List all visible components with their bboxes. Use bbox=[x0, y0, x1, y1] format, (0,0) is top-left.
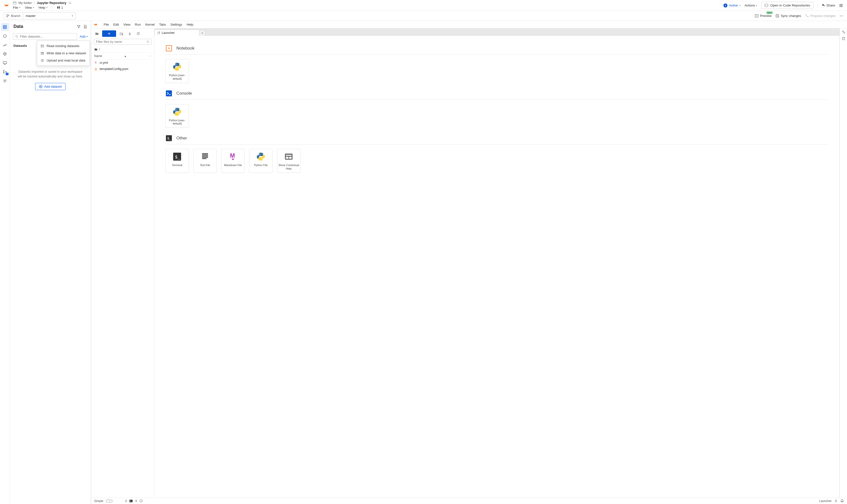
jm-view[interactable]: View bbox=[123, 23, 130, 26]
jm-settings[interactable]: Settings bbox=[171, 23, 182, 26]
graph-icon[interactable] bbox=[77, 25, 81, 29]
launcher-card-pythonfile[interactable]: Python File bbox=[249, 149, 272, 173]
svg-point-11 bbox=[8, 15, 9, 15]
breadcrumb-title[interactable]: Jupyter Repository bbox=[37, 1, 66, 5]
add-dropdown[interactable]: Add▾ Read existing datasets Write data t… bbox=[80, 35, 88, 38]
launcher-card-contexthelp[interactable]: Show Contextual Help bbox=[277, 149, 300, 173]
search-icon bbox=[146, 40, 149, 43]
jm-run[interactable]: Run bbox=[135, 23, 141, 26]
folder-nav-icon[interactable] bbox=[94, 30, 100, 37]
jupyter-content: Launcher + Notebook bbox=[155, 29, 840, 498]
more-icon[interactable] bbox=[840, 14, 844, 18]
launcher-card-python-console[interactable]: Python [user-default] bbox=[165, 104, 189, 128]
jm-kernel[interactable]: Kernel bbox=[145, 23, 155, 26]
terminal-count[interactable]: 0 bbox=[125, 499, 127, 503]
launcher-section-title: Notebook bbox=[176, 46, 195, 51]
svg-point-9 bbox=[7, 15, 7, 15]
simple-toggle[interactable] bbox=[106, 499, 113, 503]
code-repo-icon bbox=[764, 3, 768, 7]
launcher-card-label: Python File bbox=[254, 164, 267, 167]
more-col-icon[interactable]: ⋯ bbox=[148, 54, 151, 58]
open-in-code-button[interactable]: Open in Code Repositories bbox=[761, 2, 813, 9]
jupyter-workspace: File Edit View Run Kernel Tabs Settings … bbox=[91, 21, 847, 504]
svg-point-56 bbox=[844, 32, 845, 33]
console-icon bbox=[165, 90, 172, 97]
add-dataset-button[interactable]: Add dataset bbox=[35, 83, 66, 90]
svg-rect-29 bbox=[41, 45, 44, 47]
share-button[interactable]: Share bbox=[822, 3, 835, 7]
separator bbox=[52, 5, 52, 10]
kernel-status-icon bbox=[140, 499, 143, 503]
branch-selector[interactable]: Branch master ▾ bbox=[3, 13, 76, 19]
workspace-count[interactable]: 1 bbox=[57, 6, 63, 10]
bell-icon[interactable] bbox=[840, 499, 844, 503]
rail-data[interactable] bbox=[1, 23, 9, 31]
breadcrumb-folder[interactable]: My folder bbox=[18, 1, 32, 5]
data-title: Data bbox=[14, 24, 23, 29]
folder-icon bbox=[13, 1, 16, 5]
file-browser: / Name ▴ ⋯ Y: ci.yml {} templateConfig.j… bbox=[91, 29, 155, 498]
rail-present[interactable] bbox=[1, 59, 9, 67]
svg-rect-2 bbox=[59, 6, 60, 9]
file-col-header[interactable]: Name ▴ ⋯ bbox=[91, 53, 154, 59]
new-launcher-button[interactable] bbox=[102, 30, 116, 37]
upload-button[interactable] bbox=[126, 30, 133, 37]
gears-icon[interactable] bbox=[842, 30, 846, 34]
file-menu[interactable]: File▾ bbox=[13, 6, 20, 10]
jupyter-right-rail bbox=[840, 29, 847, 498]
chevron-down-icon: ▾ bbox=[69, 15, 75, 17]
file-row[interactable]: {} templateConfig.json bbox=[91, 66, 154, 72]
sync-button[interactable]: Sync changes bbox=[776, 14, 801, 18]
file-filter-input[interactable] bbox=[94, 39, 152, 45]
simple-label: Simple bbox=[94, 499, 103, 503]
app-header: My folder › Jupyter Repository File▾ Vie… bbox=[0, 0, 847, 11]
tab-launcher[interactable]: Launcher bbox=[155, 30, 199, 36]
rail-settings[interactable] bbox=[1, 77, 9, 85]
view-menu[interactable]: View▾ bbox=[25, 6, 34, 10]
dd-read-datasets[interactable]: Read existing datasets bbox=[37, 42, 89, 50]
svg-point-28 bbox=[16, 35, 17, 37]
launcher-card-markdown[interactable]: M Markdown File bbox=[221, 149, 245, 173]
svg-point-17 bbox=[841, 15, 842, 16]
file-crumb[interactable]: / bbox=[91, 46, 154, 53]
dd-write-dataset[interactable]: Write data to a new dataset bbox=[37, 50, 89, 57]
help-menu[interactable]: Help▾ bbox=[39, 6, 48, 10]
refresh-button[interactable] bbox=[135, 30, 141, 37]
svg-point-39 bbox=[176, 64, 176, 64]
dd-upload-local[interactable]: Upload and read local data bbox=[37, 57, 89, 64]
propose-button[interactable]: Propose changes bbox=[805, 14, 835, 18]
launcher-card-terminal[interactable]: $_ Terminal bbox=[165, 149, 189, 173]
new-folder-button[interactable] bbox=[118, 30, 125, 37]
star-icon[interactable] bbox=[68, 1, 72, 5]
jm-edit[interactable]: Edit bbox=[113, 23, 119, 26]
notebook-icon bbox=[165, 45, 172, 52]
jm-file[interactable]: File bbox=[104, 23, 109, 26]
launcher-card-python-notebook[interactable]: Python [user-default] bbox=[165, 59, 189, 83]
rail-packages[interactable] bbox=[1, 32, 9, 40]
jm-help[interactable]: Help bbox=[187, 23, 193, 26]
import-icon[interactable] bbox=[83, 25, 87, 29]
svg-point-7 bbox=[839, 5, 840, 5]
app-logo bbox=[3, 2, 10, 8]
debug-icon[interactable] bbox=[842, 36, 846, 40]
kernel-count[interactable]: 0 bbox=[135, 499, 137, 503]
empty-text: Datasets imported or saved in your works… bbox=[17, 70, 84, 79]
preview-icon bbox=[755, 14, 759, 18]
merge-icon bbox=[805, 14, 809, 18]
rail-git[interactable]: 2 bbox=[1, 68, 9, 76]
file-row[interactable]: Y: ci.yml bbox=[91, 59, 154, 66]
tab-add-button[interactable]: + bbox=[199, 30, 205, 36]
status-active[interactable]: Active ▾ bbox=[723, 3, 740, 7]
launcher-card-textfile[interactable]: Text File bbox=[193, 149, 217, 173]
filter-datasets-input[interactable] bbox=[13, 33, 77, 40]
actions-menu[interactable]: Actions▾ bbox=[745, 3, 758, 7]
rail-cube[interactable] bbox=[1, 50, 9, 58]
jm-tabs[interactable]: Tabs bbox=[159, 23, 166, 26]
json-icon: {} bbox=[94, 68, 98, 70]
preview-button[interactable]: New Preview bbox=[755, 14, 772, 18]
rail-chart[interactable] bbox=[1, 41, 9, 49]
svg-text:$_: $_ bbox=[167, 136, 171, 141]
list-icon[interactable] bbox=[839, 3, 844, 8]
launcher-card-label: Python [user-default] bbox=[167, 74, 188, 81]
plus-circle-icon bbox=[39, 85, 42, 88]
